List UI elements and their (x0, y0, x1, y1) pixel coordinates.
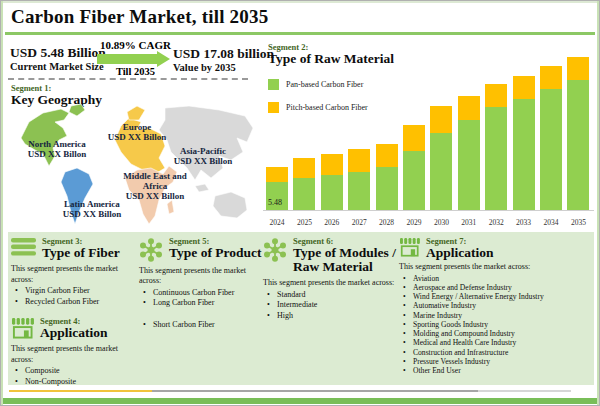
x-axis-label: 2025 (297, 218, 312, 227)
bar-segment-pitch (430, 106, 452, 134)
region-name: Asia-Pacific (174, 146, 233, 156)
map-region-madagascar (167, 200, 174, 214)
current-value: USD 5.48 Billion (10, 45, 106, 61)
segment5-intro: This segment presents the market across: (139, 266, 265, 287)
region-value: USD XX Billon (28, 149, 87, 159)
segment7-block: Segment 7: Application This segment pres… (398, 236, 592, 375)
bar-2029 (403, 125, 425, 210)
segment6-list: StandardIntermediateHigh (266, 290, 396, 322)
list-item: Aviation (402, 274, 592, 283)
x-axis-label: 2032 (489, 218, 504, 227)
region-value: USD XX Billon (110, 191, 200, 201)
bar-segment-pitch (567, 57, 589, 80)
bar-2031 (458, 96, 480, 210)
map-label-north-america: North America USD XX Billon (28, 139, 87, 159)
region-name: Europe (108, 122, 167, 132)
bar-segment-pan (458, 120, 480, 210)
bar-2025 (293, 158, 315, 210)
bar-segment-pitch (266, 167, 288, 183)
segment4-list: CompositeNon-Composite (14, 366, 136, 387)
region-name: Latin America (63, 199, 122, 209)
store-icon (399, 238, 420, 257)
future-value: USD 17.08 billion (173, 46, 274, 62)
store-icon (11, 318, 34, 339)
bar-segment-pitch (293, 158, 315, 178)
list-item: Continuous Carbon Fiber (142, 288, 265, 299)
x-axis-label: 2034 (544, 218, 559, 227)
segment3-list: Virgin Carbon FiberRecycled Carbon Fiber (14, 286, 136, 307)
bar-segment-pitch (458, 96, 480, 120)
x-axis-label: 2029 (407, 218, 422, 227)
bottom-segments-panel: Segment 3: Type of Fiber This segment pr… (8, 232, 594, 385)
x-axis-label: 2031 (461, 218, 476, 227)
bar-segment-pan (567, 80, 589, 210)
bar-2024: 5.48 (266, 167, 288, 210)
list-item: Other End User (402, 366, 592, 375)
list-item: Virgin Carbon Fiber (14, 286, 136, 297)
left-edge (1, 1, 3, 405)
list-item: High (266, 311, 396, 322)
segment3-block: Segment 3: Type of Fiber This segment pr… (10, 236, 136, 307)
bottom-accent-bar (2, 398, 598, 404)
map-region-australia (213, 192, 247, 218)
progress-light-segment (478, 390, 571, 392)
bar-segment-pitch (403, 125, 425, 150)
list-item: Standard (266, 290, 396, 301)
page-title: Carbon Fiber Market, till 2035 (11, 6, 268, 28)
list-item: Wind Energy / Alternative Energy Industr… (402, 292, 592, 301)
x-axis-label: 2028 (379, 218, 394, 227)
future-market-size: USD 17.08 billion Value by 2035 (173, 46, 274, 73)
segment6-block: Segment 6: Type of Modules / Raw Materia… (262, 236, 396, 321)
bar-segment-pitch (376, 144, 398, 167)
progress-gray-segment (152, 390, 478, 392)
segment7-list: AviationAerospace and Defense IndustryWi… (402, 274, 592, 376)
segment7-intro: This segment presents the market across: (399, 262, 592, 272)
list-item: Pressure Vessels Industry (402, 357, 592, 366)
cagr-value: 10.89% CAGR (97, 39, 174, 51)
bar-segment-pan (348, 172, 370, 210)
bar-segment-pan (513, 99, 535, 210)
map-region-scandinavia (127, 106, 145, 120)
list-item: Automative Industry (402, 301, 592, 310)
segments-column-1: Segment 3: Type of Fiber This segment pr… (10, 236, 136, 387)
segment4-intro: This segment presents the market across: (11, 344, 136, 365)
bar-segment-pan (293, 178, 315, 210)
top-edge (1, 1, 599, 3)
segments-column-4: Segment 7: Application This segment pres… (398, 236, 592, 375)
footer-progress-line (9, 390, 571, 392)
bar-segment-pan (485, 107, 507, 210)
x-axis-label: 2026 (324, 218, 339, 227)
world-map: North America USD XX Billon Europe USD X… (9, 100, 259, 231)
region-value: USD XX Billon (174, 156, 233, 166)
bar-segment-pan (403, 151, 425, 210)
list-item: Marine Industry (402, 311, 592, 320)
list-item: Sporting Goods Industry (402, 320, 592, 329)
bar-2026 (321, 154, 343, 210)
bar-segment-pan (430, 133, 452, 210)
bar-segment-pitch (513, 76, 535, 99)
segment6-intro: This segment presents the market across: (263, 278, 396, 288)
bar-2035 (567, 57, 589, 210)
segment5-title: Type of Product (169, 246, 262, 260)
bar-value-label: 5.48 (268, 198, 282, 207)
chart-plot-area: 5.48 (263, 56, 594, 211)
region-name: Middle East and Africa (112, 171, 198, 191)
segment4-block: Segment 4: Application This segment pres… (10, 316, 136, 387)
infographic-root: Carbon Fiber Market, till 2035 USD 5.48 … (0, 0, 600, 406)
right-edge (597, 1, 599, 405)
growth-arrow-icon (97, 52, 174, 66)
segment6-title: Type of Modules / Raw Material (293, 246, 405, 274)
chart-x-axis: 2024202520262027202820292030203120322033… (263, 213, 594, 229)
list-item: Medical and Health Care Industry (402, 338, 592, 347)
bar-2028 (376, 144, 398, 210)
segment7-title: Application (426, 246, 494, 260)
list-item: Non-Composite (14, 377, 136, 388)
bar-segment-pitch (348, 149, 370, 172)
bar-2032 (485, 84, 507, 210)
bar-2030 (430, 106, 452, 210)
x-axis-label: 2035 (571, 218, 586, 227)
title-divider (5, 32, 595, 35)
molecule-icon (139, 238, 163, 262)
segments-column-3: Segment 6: Type of Modules / Raw Materia… (262, 236, 396, 321)
segment3-title: Type of Fiber (42, 246, 120, 260)
